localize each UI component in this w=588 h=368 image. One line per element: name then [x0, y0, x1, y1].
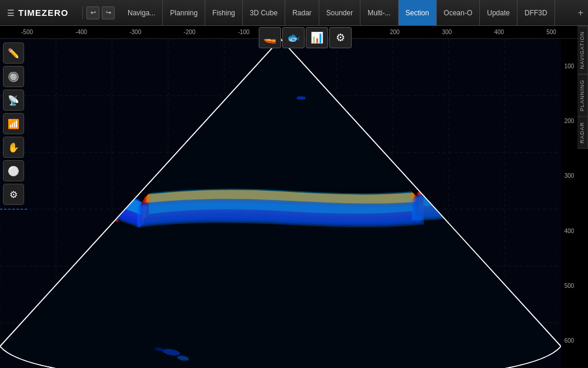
sonar-display — [0, 39, 561, 368]
left-toolbar: ✏️🔘📡📶✋⚪⚙ — [0, 39, 27, 205]
scale-label-right: 500 — [564, 283, 574, 289]
scale-label-top: 400 — [494, 29, 504, 35]
scale-label-top: -400 — [75, 29, 87, 35]
app-logo: ☰ TIMEZERO — [0, 8, 82, 18]
undo-button[interactable]: ↩ — [86, 6, 99, 19]
scale-label-top: -200 — [183, 29, 195, 35]
undo-redo-group: ↩ ↪ — [82, 6, 118, 19]
svg-point-18 — [296, 96, 306, 100]
nav-tabs: Naviga...PlanningFishing3D CubeRadarSoun… — [118, 0, 573, 25]
tool-tool7[interactable]: ⚙ — [3, 184, 24, 205]
tool-tool5[interactable]: ✋ — [3, 137, 24, 158]
add-tab-button[interactable]: + — [573, 0, 588, 25]
nav-tab-update[interactable]: Update — [480, 0, 517, 25]
tool-tool1[interactable]: ✏️ — [3, 42, 24, 64]
toolbar-icon-icon4[interactable]: ⚙ — [329, 27, 352, 48]
nav-tab-sounder[interactable]: Sounder — [319, 0, 360, 25]
toolbar-icon-icon1[interactable]: 🚤 — [259, 27, 281, 48]
nav-tab-section[interactable]: Section — [399, 0, 437, 25]
top-bar: ☰ TIMEZERO ↩ ↪ Naviga...PlanningFishing3… — [0, 0, 588, 26]
tool-tool4[interactable]: 📶 — [3, 113, 24, 134]
tool-tool2[interactable]: 🔘 — [3, 66, 24, 87]
hamburger-icon[interactable]: ☰ — [7, 8, 15, 18]
scale-label-right: 300 — [564, 173, 574, 179]
main-area: -500-400-300-200-1000100200300400500 100… — [0, 26, 577, 368]
scale-label-top: -300 — [129, 29, 141, 35]
scale-label-top: -100 — [238, 29, 249, 35]
toolbar-icon-icon2[interactable]: 🐟 — [282, 27, 305, 48]
tool-tool3[interactable]: 📡 — [3, 89, 24, 111]
nav-tab-oceano[interactable]: Ocean-O — [437, 0, 480, 25]
right-scale-ruler: 100200300400500600 — [561, 39, 577, 368]
scale-label-right: 100 — [564, 63, 574, 69]
nav-tab-radar[interactable]: Radar — [285, 0, 319, 25]
right-tab-navigation[interactable]: NAVIGATION — [577, 26, 588, 74]
app-title: TIMEZERO — [18, 8, 69, 18]
scale-label-right: 200 — [564, 118, 574, 124]
nav-tab-navigation[interactable]: Naviga... — [121, 0, 163, 25]
scale-label-right: 600 — [564, 337, 574, 344]
nav-tab-planning[interactable]: Planning — [163, 0, 205, 25]
scale-label-top: 200 — [390, 29, 400, 35]
scale-label-top: 300 — [442, 29, 452, 35]
toolbar-icons: 🚤🐟📊⚙ — [259, 26, 352, 49]
nav-tab-3dcube[interactable]: 3D Cube — [243, 0, 285, 25]
scale-label-right: 400 — [564, 228, 574, 234]
toolbar-icon-icon3[interactable]: 📊 — [306, 27, 328, 48]
redo-button[interactable]: ↪ — [102, 6, 115, 19]
nav-tab-dff3d[interactable]: DFF3D — [517, 0, 555, 25]
nav-tab-multi[interactable]: Multi-... — [360, 0, 398, 25]
right-tabs: NAVIGATIONPLANNINGRADAR — [577, 26, 588, 368]
nav-tab-fishing[interactable]: Fishing — [205, 0, 243, 25]
right-tab-planning[interactable]: PLANNING — [577, 74, 588, 117]
tool-tool6[interactable]: ⚪ — [3, 160, 24, 181]
right-tab-radar[interactable]: RADAR — [577, 117, 588, 149]
scale-label-top: 500 — [546, 29, 556, 35]
scale-label-top: -500 — [21, 29, 33, 35]
